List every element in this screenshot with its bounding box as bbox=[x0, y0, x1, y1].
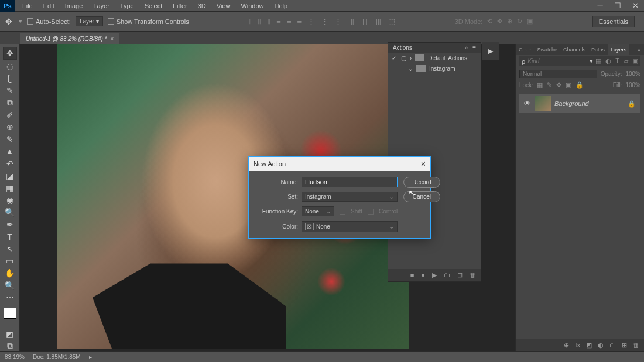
document-tab[interactable]: Untitled-1 @ 83.2% (RGB/8#) * × bbox=[20, 33, 119, 44]
menu-filter[interactable]: Filter bbox=[168, 1, 191, 11]
marquee-tool[interactable]: ◌ bbox=[3, 61, 17, 72]
stamp-tool[interactable]: ▲ bbox=[3, 146, 17, 157]
zoom-level[interactable]: 83.19% bbox=[5, 354, 25, 360]
orbit-icon[interactable]: ⟲ bbox=[487, 18, 492, 25]
tab-color[interactable]: Color bbox=[516, 44, 535, 55]
menu-layer[interactable]: Layer bbox=[88, 1, 114, 11]
record-button[interactable]: Record bbox=[403, 177, 440, 188]
maximize-button[interactable]: ☐ bbox=[609, 0, 626, 12]
menu-3d[interactable]: 3D bbox=[193, 1, 211, 11]
control-checkbox[interactable] bbox=[368, 209, 374, 215]
new-layer-icon[interactable]: ⊞ bbox=[622, 342, 627, 349]
camera-icon[interactable]: ▣ bbox=[527, 18, 533, 25]
color-swatch[interactable] bbox=[4, 308, 16, 319]
stop-icon[interactable]: ■ bbox=[410, 271, 415, 279]
blur-tool[interactable]: ◉ bbox=[3, 195, 17, 206]
lock-move-icon[interactable]: ✥ bbox=[556, 81, 561, 89]
shift-checkbox[interactable] bbox=[340, 209, 345, 215]
tab-channels[interactable]: Channels bbox=[560, 44, 588, 55]
distribute-icon[interactable]: ⋮ bbox=[321, 17, 328, 26]
workspace-switcher[interactable]: Essentials bbox=[592, 16, 635, 27]
panel-menu-icon[interactable]: ≡ bbox=[634, 44, 644, 55]
filter-type-icon[interactable]: T bbox=[615, 57, 619, 65]
edit-toolbar[interactable]: ⋯ bbox=[3, 292, 17, 303]
lock-pixels-icon[interactable]: ▦ bbox=[537, 81, 543, 89]
screen-mode[interactable]: ⧉ bbox=[3, 340, 17, 351]
expand-icon[interactable]: › bbox=[410, 55, 412, 61]
menu-edit[interactable]: Edit bbox=[39, 1, 59, 11]
set-dropdown[interactable]: Instagram⌄ bbox=[302, 192, 398, 202]
distribute-icon[interactable]: ⫼ bbox=[361, 17, 369, 26]
menu-file[interactable]: File bbox=[18, 1, 37, 11]
filter-dropdown-icon[interactable]: ▾ bbox=[590, 57, 593, 65]
filter-smart-icon[interactable]: ▣ bbox=[632, 57, 638, 65]
group-icon[interactable]: 🗀 bbox=[609, 342, 616, 349]
tab-layers[interactable]: Layers bbox=[608, 44, 629, 55]
doc-info[interactable]: Doc: 1.85M/1.85M bbox=[33, 354, 81, 360]
move-tool[interactable]: ✥ bbox=[3, 47, 17, 60]
fill-value[interactable]: 100% bbox=[625, 82, 640, 88]
filter-adjust-icon[interactable]: ◐ bbox=[605, 57, 611, 65]
adjustment-icon[interactable]: ◐ bbox=[598, 342, 604, 349]
quick-mask[interactable]: ◩ bbox=[3, 328, 17, 339]
play-icon[interactable]: ▶ bbox=[432, 271, 437, 279]
pan-icon[interactable]: ✥ bbox=[497, 18, 502, 25]
folder-icon[interactable]: 🗀 bbox=[444, 271, 450, 279]
shape-tool[interactable]: ▭ bbox=[3, 256, 17, 267]
panel-menu-icon[interactable]: ≡ bbox=[472, 44, 476, 51]
align-icon[interactable]: ≡ bbox=[297, 17, 302, 26]
dialog-titlebar[interactable]: New Action × bbox=[249, 157, 430, 171]
lasso-tool[interactable]: ʗ bbox=[3, 73, 17, 84]
eraser-tool[interactable]: ◪ bbox=[3, 170, 17, 181]
filter-pixel-icon[interactable]: ▦ bbox=[595, 57, 601, 65]
history-brush-tool[interactable]: ↶ bbox=[3, 158, 17, 170]
align-icon[interactable]: ≡ bbox=[287, 17, 292, 26]
lock-artboard-icon[interactable]: ▣ bbox=[566, 81, 571, 89]
lock-icon[interactable]: 🔒 bbox=[628, 100, 636, 108]
rotate-icon[interactable]: ↻ bbox=[517, 18, 522, 25]
show-transform-checkbox[interactable] bbox=[108, 18, 114, 25]
menu-image[interactable]: Image bbox=[60, 1, 88, 11]
align-icon[interactable]: ⫴ bbox=[248, 17, 252, 26]
align-icon[interactable]: ⫴ bbox=[267, 17, 270, 26]
pen-tool[interactable]: ✒ bbox=[3, 219, 17, 230]
align-icon[interactable]: ≡ bbox=[276, 17, 281, 26]
menu-view[interactable]: View bbox=[212, 1, 235, 11]
gradient-tool[interactable]: ▦ bbox=[3, 182, 17, 194]
align-icon[interactable]: ⫴ bbox=[258, 17, 261, 26]
visibility-icon[interactable]: 👁 bbox=[524, 99, 531, 108]
action-row[interactable]: ⌄ Instagram bbox=[388, 63, 481, 74]
checkmark-icon[interactable]: ✓ bbox=[392, 55, 398, 61]
trash-icon[interactable]: 🗑 bbox=[633, 342, 639, 349]
kind-filter[interactable] bbox=[527, 58, 557, 64]
expand-icon[interactable]: ⌄ bbox=[408, 65, 413, 72]
lock-all-icon[interactable]: 🔒 bbox=[576, 81, 584, 89]
action-row[interactable]: ✓ ▢ › Default Actions bbox=[388, 53, 481, 63]
magic-wand-tool[interactable]: ✎ bbox=[3, 85, 17, 96]
3d-icon[interactable]: ⬚ bbox=[388, 17, 395, 26]
trash-icon[interactable]: 🗑 bbox=[470, 271, 476, 279]
mask-icon[interactable]: ◩ bbox=[586, 342, 592, 349]
menu-help[interactable]: Help bbox=[270, 1, 293, 11]
distribute-icon[interactable]: ⋮ bbox=[334, 17, 342, 26]
auto-select-checkbox[interactable] bbox=[27, 18, 33, 25]
dodge-tool[interactable]: 🔍 bbox=[3, 207, 17, 218]
minimize-button[interactable]: ─ bbox=[591, 0, 609, 12]
path-tool[interactable]: ↖ bbox=[3, 243, 17, 254]
opacity-value[interactable]: 100% bbox=[625, 71, 640, 77]
layer-row[interactable]: 👁 Background 🔒 bbox=[519, 94, 640, 113]
play-button-collapsed[interactable]: ▶ bbox=[482, 42, 499, 60]
eyedropper-tool[interactable]: ✐ bbox=[3, 109, 17, 120]
menu-type[interactable]: Type bbox=[115, 1, 139, 11]
lock-position-icon[interactable]: ✎ bbox=[547, 81, 552, 89]
collapse-icon[interactable]: » bbox=[465, 44, 468, 51]
chevron-down-icon[interactable]: ▾ bbox=[19, 18, 22, 25]
zoom-tool[interactable]: 🔍 bbox=[3, 280, 17, 291]
menu-window[interactable]: Window bbox=[236, 1, 268, 11]
auto-select-dropdown[interactable]: Layer ▾ bbox=[76, 16, 103, 26]
close-icon[interactable]: × bbox=[421, 159, 426, 168]
action-name-input[interactable] bbox=[302, 177, 398, 187]
type-tool[interactable]: T bbox=[3, 231, 17, 242]
fx-icon[interactable]: fx bbox=[575, 342, 580, 349]
hand-tool[interactable]: ✋ bbox=[3, 268, 17, 279]
